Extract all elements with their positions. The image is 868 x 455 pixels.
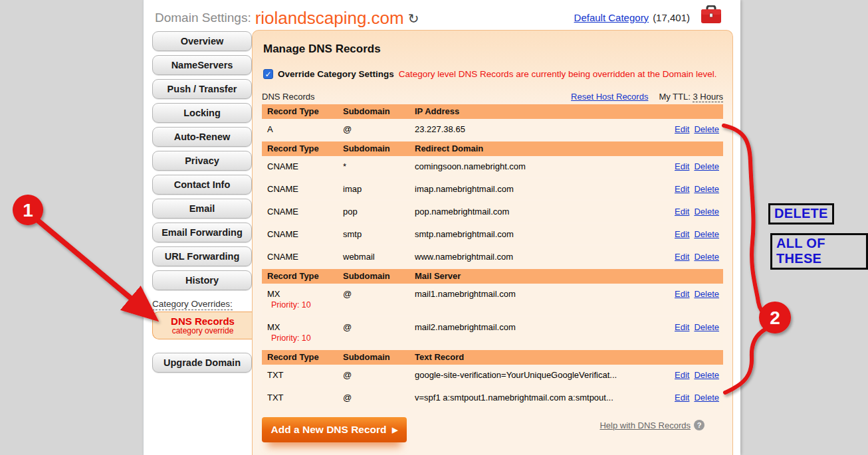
- sidebar-item-url-forwarding[interactable]: URL Forwarding: [152, 246, 252, 266]
- delete-link[interactable]: Delete: [694, 229, 719, 239]
- edit-link[interactable]: Edit: [675, 161, 689, 171]
- section-header-ip: Record Type Subdomain IP Address: [262, 104, 723, 119]
- sidebar-item-overview[interactable]: Overview: [152, 31, 252, 51]
- col-subdomain: Subdomain: [343, 352, 415, 362]
- ttl-value[interactable]: 3 Hours: [693, 92, 723, 102]
- annotation-delete-box: DELETE: [768, 203, 834, 225]
- cell-subdomain: @: [343, 124, 415, 134]
- sidebar-item-label: Privacy: [185, 155, 219, 166]
- delete-link[interactable]: Delete: [694, 207, 719, 217]
- override-checkbox[interactable]: ✓: [263, 69, 273, 79]
- col-value: Redirect Domain: [415, 143, 659, 153]
- delete-link[interactable]: Delete: [694, 184, 719, 194]
- edit-link[interactable]: Edit: [675, 124, 689, 134]
- cell-value: mail2.namebrightmail.com: [415, 322, 659, 332]
- table-row: CNAME webmail www.namebrightmail.com Edi…: [262, 246, 723, 267]
- sidebar-item-dns-records-active[interactable]: DNS Records category override: [152, 312, 253, 339]
- cell-subdomain: *: [343, 161, 415, 171]
- override-checkbox-label[interactable]: Override Category Settings: [278, 69, 394, 79]
- col-value: Mail Server: [415, 271, 659, 281]
- sidebar-item-privacy[interactable]: Privacy: [152, 151, 252, 171]
- delete-link[interactable]: Delete: [694, 393, 719, 403]
- cell-subdomain: smtp: [343, 229, 415, 239]
- add-dns-record-label: Add a New DNS Record: [271, 424, 387, 435]
- cell-record-type: MXPriority: 10: [267, 322, 343, 343]
- table-row: TXT @ google-site-verification=YourUniqu…: [262, 365, 723, 385]
- annotation-delete-text: DELETE: [774, 206, 828, 221]
- records-label: DNS Records: [262, 92, 314, 102]
- reset-host-records-link[interactable]: Reset Host Records: [571, 92, 648, 102]
- edit-link[interactable]: Edit: [675, 393, 689, 403]
- cell-value: smtp.namebrightmail.com: [415, 229, 659, 239]
- annotation-step2-number: 2: [770, 308, 780, 328]
- cell-record-type: CNAME: [267, 161, 343, 171]
- cell-subdomain: @: [343, 289, 415, 299]
- category-overrides-label[interactable]: Category Overrides:: [152, 299, 233, 310]
- edit-link[interactable]: Edit: [675, 207, 689, 217]
- cell-record-type: TXT: [267, 393, 343, 403]
- panel-footer: Add a New DNS Record ▶ Help with DNS Rec…: [262, 417, 723, 442]
- edit-link[interactable]: Edit: [675, 252, 689, 262]
- table-row: CNAME * comingsoon.namebright.com EditDe…: [262, 156, 723, 177]
- annotation-step2-circle: [759, 302, 791, 333]
- page-title-label: Domain Settings:: [155, 11, 251, 25]
- sidebar-item-label: History: [185, 275, 219, 286]
- cell-value: pop.namebrightmail.com: [415, 207, 659, 217]
- sidebar-item-contact-info[interactable]: Contact Info: [152, 175, 252, 195]
- panel-title: Manage DNS Records: [263, 43, 723, 56]
- edit-link[interactable]: Edit: [675, 289, 689, 299]
- delete-link[interactable]: Delete: [694, 370, 719, 380]
- help-dns-records-link[interactable]: Help with DNS Records: [599, 420, 691, 430]
- toolbox-icon[interactable]: [699, 5, 723, 25]
- table-row: TXT @ v=spf1 a:smtpout1.namebrightmail.c…: [262, 387, 723, 408]
- sidebar-item-label: URL Forwarding: [165, 251, 240, 262]
- col-value: Text Record: [415, 352, 659, 362]
- delete-link[interactable]: Delete: [694, 252, 719, 262]
- sidebar-item-push-transfer[interactable]: Push / Transfer: [152, 79, 252, 99]
- override-warning: Category level DNS Records are currently…: [399, 69, 717, 79]
- sidebar-item-history[interactable]: History: [152, 270, 252, 290]
- col-record-type: Record Type: [267, 271, 343, 281]
- delete-link[interactable]: Delete: [694, 322, 719, 332]
- table-row: CNAME imap imap.namebrightmail.com EditD…: [262, 179, 723, 199]
- cell-subdomain: @: [343, 393, 415, 403]
- sidebar-item-email-forwarding[interactable]: Email Forwarding: [152, 223, 252, 242]
- table-row: MXPriority: 10 @ mail1.namebrightmail.co…: [262, 284, 723, 315]
- cell-value: imap.namebrightmail.com: [415, 184, 659, 194]
- cell-value: www.namebrightmail.com: [415, 252, 659, 262]
- dns-records-sublabel: category override: [172, 327, 234, 335]
- cell-record-type: CNAME: [267, 184, 343, 194]
- section-header-text: Record Type Subdomain Text Record: [262, 350, 723, 365]
- col-record-type: Record Type: [267, 143, 343, 153]
- delete-link[interactable]: Delete: [694, 124, 719, 134]
- sidebar-item-label: Email: [189, 203, 215, 214]
- col-record-type: Record Type: [267, 106, 343, 116]
- col-record-type: Record Type: [267, 352, 343, 362]
- sidebar-item-label: Push / Transfer: [167, 84, 237, 94]
- cell-record-type: CNAME: [267, 229, 343, 239]
- header: Domain Settings:riolandscaping.com↻ Defa…: [144, 0, 740, 30]
- mx-priority: Priority: 10: [271, 333, 343, 343]
- question-mark-icon[interactable]: ?: [694, 420, 705, 430]
- annotation-arrow-1: [38, 221, 148, 312]
- edit-link[interactable]: Edit: [675, 184, 689, 194]
- sidebar-item-email[interactable]: Email: [152, 199, 252, 219]
- table-row: A @ 23.227.38.65 EditDelete: [262, 119, 723, 139]
- delete-link[interactable]: Delete: [694, 289, 719, 299]
- cell-value: comingsoon.namebright.com: [415, 161, 659, 171]
- edit-link[interactable]: Edit: [675, 322, 689, 332]
- add-dns-record-button[interactable]: Add a New DNS Record ▶: [262, 417, 407, 442]
- edit-link[interactable]: Edit: [675, 370, 689, 380]
- sidebar-item-nameservers[interactable]: NameServers: [152, 55, 252, 75]
- edit-link[interactable]: Edit: [675, 229, 689, 239]
- page-content: Domain Settings:riolandscaping.com↻ Defa…: [143, 0, 740, 455]
- sidebar-item-upgrade-domain[interactable]: Upgrade Domain: [152, 353, 252, 373]
- sidebar-item-label: Upgrade Domain: [163, 357, 241, 368]
- refresh-icon[interactable]: ↻: [408, 11, 419, 26]
- default-category-link[interactable]: Default Category: [574, 12, 649, 23]
- sidebar-item-label: Auto-Renew: [174, 132, 231, 142]
- sidebar-item-label: Overview: [181, 36, 224, 46]
- sidebar-item-auto-renew[interactable]: Auto-Renew: [152, 127, 252, 147]
- sidebar-item-locking[interactable]: Locking: [152, 103, 252, 123]
- delete-link[interactable]: Delete: [694, 161, 719, 171]
